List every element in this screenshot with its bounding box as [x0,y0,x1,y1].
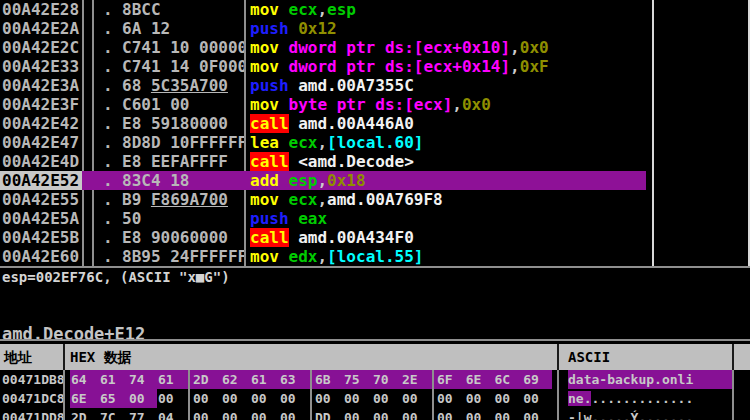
hex-byte[interactable]: 00 [344,408,373,420]
instruction-cell[interactable]: call amd.00A446A0 [246,114,646,133]
disasm-row[interactable]: 00A42E2C.C741 10 00000000mov dword ptr d… [0,38,750,57]
hex-byte[interactable]: 00 [251,408,280,420]
address-cell[interactable]: 00A42E47 [0,133,82,152]
hex-byte[interactable]: 61 [100,370,129,389]
address-cell[interactable]: 00A42E42 [0,114,82,133]
hex-byte[interactable]: 00 [193,389,222,408]
disasm-row[interactable]: 00A42E3F.C601 00mov byte ptr ds:[ecx],0x… [0,95,750,114]
hex-byte[interactable]: 61 [251,370,280,389]
instruction-cell[interactable]: mov ecx,esp [246,0,646,19]
comment-cell[interactable] [646,190,750,209]
comment-cell[interactable] [646,152,750,171]
disasm-row[interactable]: 00A42E4D.E8 EEFAFFFFcall <amd.Decode> [0,152,750,171]
comment-cell[interactable] [646,57,750,76]
disasm-row[interactable]: 00A42E52.83C4 18add esp,0x18 [0,171,750,190]
disasm-row[interactable]: 00A42E55.B9 F869A700mov ecx,amd.00A769F8 [0,190,750,209]
hex-byte[interactable]: 00 [437,389,466,408]
hex-byte[interactable]: 00 [251,389,280,408]
comment-cell[interactable] [646,0,750,19]
hex-byte[interactable]: 7C [100,408,129,420]
disasm-row[interactable]: 00A42E28.8BCCmov ecx,esp [0,0,750,19]
hex-byte[interactable]: 6F [437,370,466,389]
hex-bytes-cell[interactable]: 8B95 24FFFFFF [120,247,244,266]
address-cell[interactable]: 00A42E5A [0,209,82,228]
dump-hex-cell[interactable]: 2D7C770400000000DD00000000000000 [70,408,552,420]
hex-byte[interactable]: 00 [222,389,251,408]
hex-bytes-cell[interactable]: B9 F869A700 [120,190,244,209]
hex-byte[interactable]: 75 [344,370,373,389]
hex-byte[interactable]: 69 [523,370,552,389]
hex-byte[interactable]: DD [315,408,344,420]
address-cell[interactable]: 00A42E3A [0,76,82,95]
disasm-row[interactable]: 00A42E33.C741 14 0F000000mov dword ptr d… [0,57,750,76]
hex-byte[interactable]: 6E [71,389,100,408]
hex-byte[interactable]: 00 [373,408,402,420]
hex-byte[interactable]: 00 [437,408,466,420]
instruction-cell[interactable]: push amd.00A7355C [246,76,646,95]
address-cell[interactable]: 00A42E52 [0,171,82,190]
hex-byte[interactable]: 00 [466,408,495,420]
dump-address-cell[interactable]: 00471DD8 [0,408,63,420]
instruction-cell[interactable]: push eax [246,209,646,228]
hex-bytes-cell[interactable]: C741 14 0F000000 [120,57,244,76]
hex-byte[interactable]: 64 [71,370,100,389]
address-cell[interactable]: 00A42E55 [0,190,82,209]
hex-bytes-cell[interactable]: C601 00 [120,95,244,114]
pane-divider[interactable] [0,266,750,268]
address-cell[interactable]: 00A42E28 [0,0,82,19]
instruction-cell[interactable]: push 0x12 [246,19,646,38]
dump-row[interactable]: 00471DB8646174612D6261636B75702E6F6E6C69… [0,370,750,389]
dump-address-cell[interactable]: 00471DB8 [0,370,63,389]
address-cell[interactable]: 00A42E2C [0,38,82,57]
dump-ascii-cell[interactable]: data-backup.onli [568,370,732,389]
hex-byte[interactable]: 74 [129,370,158,389]
address-cell[interactable]: 00A42E33 [0,57,82,76]
comment-cell[interactable] [646,228,750,247]
comment-cell[interactable] [646,133,750,152]
hex-byte[interactable]: 2D [71,408,100,420]
hex-byte[interactable]: 61 [158,370,187,389]
disasm-row[interactable]: 00A42E5B.E8 90060000call amd.00A434F0 [0,228,750,247]
address-cell[interactable]: 00A42E5B [0,228,82,247]
hex-byte[interactable]: 77 [129,408,158,420]
hex-byte[interactable]: 6E [466,370,495,389]
instruction-cell[interactable]: call amd.00A434F0 [246,228,646,247]
hex-byte[interactable]: 70 [373,370,402,389]
instruction-cell[interactable]: add esp,0x18 [246,171,646,190]
dump-row[interactable]: 00471DC86E650000000000000000000000000000… [0,389,750,408]
instruction-cell[interactable]: call <amd.Decode> [246,152,646,171]
hex-byte[interactable]: 00 [373,389,402,408]
disasm-row[interactable]: 00A42E47.8D8D 10FFFFFFlea ecx,[local.60] [0,133,750,152]
instruction-cell[interactable]: mov byte ptr ds:[ecx],0x0 [246,95,646,114]
hex-byte[interactable]: 04 [158,408,187,420]
comment-cell[interactable] [646,171,750,190]
instruction-cell[interactable]: mov dword ptr ds:[ecx+0x14],0xF [246,57,646,76]
dump-address-cell[interactable]: 00471DC8 [0,389,63,408]
hex-byte[interactable]: 2D [193,370,222,389]
comment-column-separator[interactable] [652,0,654,266]
comment-cell[interactable] [646,19,750,38]
hex-bytes-cell[interactable]: C741 10 00000000 [120,38,244,57]
comment-cell[interactable] [646,114,750,133]
comment-cell[interactable] [646,76,750,95]
hex-byte[interactable]: 00 [495,389,524,408]
hex-byte[interactable]: 00 [315,389,344,408]
dump-row[interactable]: 00471DD82D7C770400000000DD00000000000000… [0,408,750,420]
instruction-cell[interactable]: mov ecx,amd.00A769F8 [246,190,646,209]
instruction-cell[interactable]: mov edx,[local.55] [246,247,646,266]
comment-cell[interactable] [646,247,750,266]
hex-byte[interactable]: 2E [402,370,431,389]
dump-pane[interactable]: 00471DB8646174612D6261636B75702E6F6E6C69… [0,370,750,420]
hex-byte[interactable]: 62 [222,370,251,389]
hex-byte[interactable]: 00 [280,408,309,420]
hex-bytes-cell[interactable]: E8 EEFAFFFF [120,152,244,171]
comment-cell[interactable] [646,38,750,57]
comment-cell[interactable] [646,95,750,114]
hex-byte[interactable]: 6B [315,370,344,389]
hex-bytes-cell[interactable]: 83C4 18 [120,171,244,190]
instruction-cell[interactable]: lea ecx,[local.60] [246,133,646,152]
instruction-cell[interactable]: mov dword ptr ds:[ecx+0x10],0x0 [246,38,646,57]
hex-byte[interactable]: 63 [280,370,309,389]
address-cell[interactable]: 00A42E3F [0,95,82,114]
hex-bytes-cell[interactable]: 50 [120,209,244,228]
